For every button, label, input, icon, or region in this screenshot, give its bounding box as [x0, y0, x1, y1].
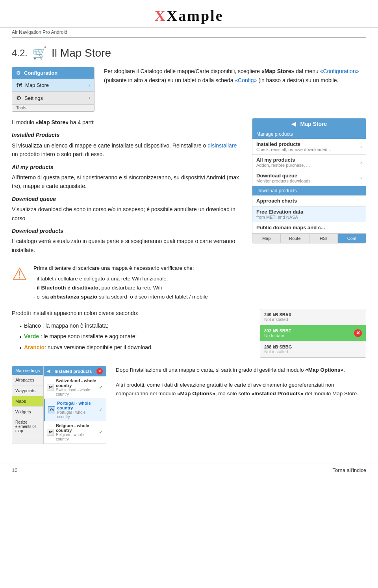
- pl-item-2-size: 892 kB SBBE: [264, 328, 352, 333]
- ms-tab-map[interactable]: Map: [252, 234, 281, 243]
- alert-text: Prima di tentare di scaricare una mappa …: [33, 264, 208, 273]
- back-to-index[interactable]: Torna all'indice: [332, 467, 366, 473]
- ms-installed-content: Installed products Check, reinstall, rem…: [256, 141, 360, 152]
- ms-title: ◀ Map Store: [252, 118, 366, 129]
- ms-elevation-sub: from METI and NASA: [256, 215, 362, 219]
- pl-item-3-status: Not installed: [264, 349, 362, 354]
- ms-queue-sub: Monitor products downloads: [256, 179, 360, 183]
- intro-text-panel: Per sfogliare il Catalogo delle mappe/Ca…: [104, 67, 366, 112]
- inst-right-header: ◀ Installed products ✕: [44, 366, 106, 376]
- legend-intro: Prodotti installati appaiono in colori d…: [12, 309, 250, 318]
- config-menu-mapstore: 🗺 Map Store ›: [12, 79, 94, 92]
- bullet-dot-orange: •: [20, 344, 22, 353]
- legend-orange-text: Arancio: nuova versione disponibile per …: [24, 343, 153, 352]
- warning-icon: ⚠: [12, 264, 27, 284]
- ms-tab-route[interactable]: Route: [281, 234, 309, 243]
- ms-elevation-title: Free Elevation data: [256, 209, 362, 215]
- installed-products-section: Installed Products Si visualizza un elen…: [12, 131, 243, 159]
- inst-switzerland-sub: Switzerland - whole country: [56, 388, 97, 396]
- subtitle: Air Navigation Pro Android: [12, 29, 67, 35]
- bottom-section: Map settings Airspaces Waypoints Maps Wi…: [12, 366, 366, 444]
- download-products-header: Download products: [12, 227, 243, 235]
- inst-nav-widgets: Widgets: [12, 407, 43, 417]
- body-section: Il modulo «Map Store» ha 4 parti: Instal…: [12, 118, 366, 257]
- inst-row-text-portugal: Portugal - whole country Portugal - whol…: [57, 401, 97, 419]
- all-my-products-header: All my products: [12, 163, 243, 171]
- inst-switzerland-main: Switzerland - whole country: [56, 378, 97, 388]
- tools-section-label: Tools: [12, 105, 94, 111]
- download-queue-desc: Visualizza download che sono in corso e/…: [12, 205, 243, 223]
- logo: XXample: [154, 7, 223, 24]
- ms-queue-arrow: ›: [360, 175, 362, 181]
- pl-item-2: 892 kB SBBE Up to date ✕: [260, 325, 366, 341]
- inst-right-panel: ◀ Installed products ✕ 🗺 Switzerland - w…: [44, 366, 106, 444]
- bullet-dot: •: [20, 322, 22, 332]
- legend-orange: • Arancio: nuova versione disponibile pe…: [20, 343, 250, 353]
- map-store-screenshot: ◀ Map Store Manage products Installed pr…: [252, 118, 366, 257]
- inst-close-button[interactable]: ✕: [96, 368, 103, 374]
- pl-item-3-size: 288 kB SBBG: [264, 345, 362, 349]
- inst-row-text-belgium: Belgium - whole country Belgium - whole …: [56, 423, 97, 441]
- pl-item-1-status: Not installed: [264, 317, 362, 322]
- ms-approach-title: Approach charts: [256, 198, 362, 204]
- installed-products-panel: Map settings Airspaces Waypoints Maps Wi…: [12, 366, 106, 444]
- ms-tab-conf[interactable]: Conf: [338, 234, 366, 243]
- ms-queue-content: Download queue Monitor products download…: [256, 173, 360, 183]
- intro-paragraph: Per sfogliare il Catalogo delle mappe/Ca…: [104, 67, 366, 85]
- page-content: 4.2. 🛒 Il Map Store ⚙ Configuration 🗺 Ma…: [0, 38, 378, 459]
- download-queue-section: Download queue Visualizza download che s…: [12, 195, 243, 223]
- mapstore-icon: 🗺: [16, 82, 22, 88]
- bullet-dot-green: •: [20, 333, 22, 342]
- section-title: 4.2. 🛒 Il Map Store: [12, 46, 366, 60]
- arrow-right-icon: ›: [89, 95, 90, 101]
- alert-content: Prima di tentare di scaricare una mappa …: [33, 264, 208, 302]
- color-legend-text: Prodotti installati appaiono in colori d…: [12, 309, 250, 354]
- inst-nav-airspaces: Airspaces: [12, 375, 43, 385]
- alert-bullet-3: - ci sia abbastanza spazio sulla sdcard …: [33, 293, 208, 302]
- inst-row-belgium: 🗺 Belgium - whole country Belgium - whol…: [44, 421, 106, 444]
- product-list-panel: 249 kB SBAX Not installed 892 kB SBBE Up…: [260, 309, 366, 358]
- inst-check-portugal: ✓: [99, 407, 103, 413]
- pl-item-3-text: 288 kB SBBG Not installed: [264, 345, 362, 354]
- pl-item-2-text: 892 kB SBBE Up to date: [264, 328, 352, 338]
- legend-green-text: Verde : le mappe sono installate e aggio…: [24, 332, 137, 341]
- ms-approach-content: Approach charts: [256, 198, 362, 204]
- ms-back-icon: ◀: [291, 121, 296, 127]
- remove-button[interactable]: ✕: [354, 329, 362, 337]
- alert-bullet-2: - il Bluetooth è disattivato, può distur…: [33, 284, 208, 293]
- config-menu-panel: ⚙ Configuration 🗺 Map Store › ⚙ Settings…: [12, 67, 94, 112]
- inst-row-switzerland: 🗺 Switzerland - whole country Switzerlan…: [44, 376, 106, 399]
- inst-nav-waypoints: Waypoints: [12, 385, 43, 396]
- config-menu-configuration: ⚙ Configuration: [12, 67, 94, 79]
- pl-item-1-size: 249 kB SBAX: [264, 312, 362, 317]
- ms-tabs: Map Route HSI Conf: [252, 233, 366, 243]
- configuration-link: «Configuration»: [320, 68, 359, 74]
- inst-row-icon: 🗺: [47, 384, 54, 391]
- ms-tab-hsi[interactable]: HSI: [309, 234, 338, 243]
- config-menu-settings: ⚙ Settings ›: [12, 92, 94, 105]
- arrow-icon: ›: [89, 83, 90, 88]
- pl-item-3: 288 kB SBBG Not installed: [260, 341, 366, 358]
- ms-all-products: All my products Addon, restore purchase,…: [252, 155, 366, 170]
- after-install-para1: Dopo l'installazione di una mappa o cart…: [116, 366, 366, 374]
- config-link: «Config»: [235, 77, 257, 83]
- ms-all-arrow: ›: [360, 160, 362, 165]
- ms-installed-arrow: ›: [360, 144, 362, 149]
- settings-icon: ⚙: [16, 94, 21, 101]
- settings-label: Settings: [24, 95, 43, 101]
- download-products-section: Download products Il catalogo verrà visu…: [12, 227, 243, 254]
- inst-portugal-sub: Portugal - whole country: [57, 410, 97, 419]
- installed-products-desc: Si visualizza un elenco di mappe e carte…: [12, 141, 243, 159]
- config-menu-label: Configuration: [24, 70, 57, 76]
- map-store-ui: ◀ Map Store Manage products Installed pr…: [252, 118, 366, 243]
- inst-check-swiss: ✓: [99, 385, 103, 390]
- inst-row-portugal: 🗺 Portugal - whole country Portugal - wh…: [44, 399, 106, 421]
- ms-elevation-content: Free Elevation data from METI and NASA: [256, 209, 362, 219]
- inst-nav-resize: Resize elements of map: [12, 417, 43, 436]
- inst-panel-title: Installed products: [55, 369, 92, 374]
- all-my-products-desc: All'interno di questa parte, si ripristi…: [12, 173, 243, 191]
- page-footer: 10 Torna all'indice: [0, 463, 378, 477]
- product-list-screenshot: 249 kB SBAX Not installed 892 kB SBBE Up…: [260, 309, 366, 358]
- ms-download-queue: Download queue Monitor products download…: [252, 170, 366, 186]
- mapstore-bold: «Map Store»: [261, 68, 294, 74]
